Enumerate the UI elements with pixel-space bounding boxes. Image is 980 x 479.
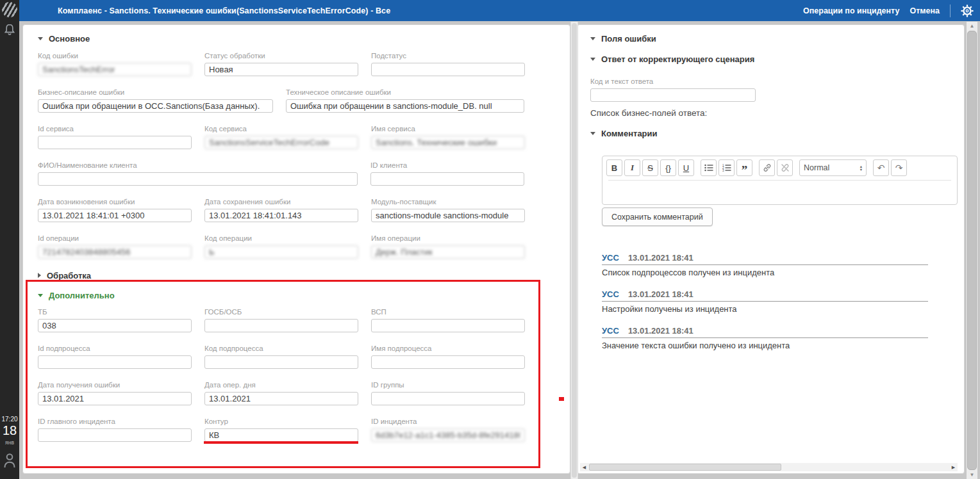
comment-author: УСС [602,326,619,336]
section-header-processing[interactable]: Обработка [38,270,570,280]
settings-gear-icon[interactable] [961,4,974,17]
section-header-error-fields[interactable]: Поля ошибки [590,33,964,44]
panel-scrollbar[interactable] [570,22,578,479]
section-header-comments[interactable]: Комментарии [590,128,964,138]
field-subprocess-id: Id подпроцесса [38,344,192,369]
gosb-input[interactable] [204,319,358,332]
ordered-list-button[interactable]: 123 [718,159,735,176]
scroll-right-arrow-icon[interactable]: ▶ [949,463,958,471]
module-supplier-input[interactable] [371,209,525,222]
field-response-code: Код и текст ответа [590,77,951,102]
field-subprocess-code: Код подпроцесса [204,344,358,369]
operation-code-input[interactable] [204,245,358,259]
undo-button[interactable]: ↶ [873,159,889,176]
field-service-code: Код сервиса [204,124,358,149]
field-operational-date: Дата опер. дня [204,380,358,405]
user-profile-icon[interactable] [3,452,16,469]
scroll-left-arrow-icon[interactable]: ◀ [580,463,588,471]
comment-author: УСС [602,289,619,299]
receive-date-input[interactable] [38,392,192,405]
underline-button[interactable]: U [678,159,694,176]
field-client-id: ID клиента [370,161,524,186]
calendar-day: 18 [0,423,19,438]
field-error-code: Код ошибки [38,51,192,76]
comment-date: 13.01.2021 18:41 [628,289,693,299]
group-id-input[interactable] [371,392,525,405]
strikethrough-button[interactable]: S [642,159,658,176]
error-date-input[interactable] [38,209,192,222]
operation-id-input[interactable] [38,245,192,259]
operational-date-input[interactable] [204,392,358,405]
operation-name-input[interactable] [371,245,525,259]
comment-item: УСС 13.01.2021 18:41 Значение текста оши… [602,326,964,350]
service-id-input[interactable] [38,136,192,149]
save-comment-button[interactable]: Сохранить комментарий [602,207,713,226]
save-date-input[interactable] [204,209,358,222]
field-gosb: ГОСБ/ОСБ [204,307,358,332]
comment-date: 13.01.2021 18:41 [628,326,693,336]
service-code-input[interactable] [204,136,358,149]
response-fields-list-label: Список бизнес-полей ответа: [590,108,964,118]
subprocess-code-input[interactable] [204,355,358,369]
client-id-input[interactable] [370,172,524,186]
top-bar: Комплаенс - Sanctions. Технические ошибк… [19,0,980,21]
response-code-input[interactable] [590,88,756,102]
code-button[interactable]: {} [660,159,676,176]
select-arrows-icon: ▴▾ [860,165,862,171]
field-error-date: Дата возникновения ошибки [38,197,192,222]
format-select[interactable]: Normal ▴▾ [799,159,867,176]
comment-text: Значение текста ошибки получено из инцид… [602,341,964,350]
cancel-button[interactable]: Отмена [909,6,940,15]
main-incident-id-input[interactable] [38,428,192,442]
field-vsp: ВСП [371,307,525,332]
incident-operations-button[interactable]: Операции по инциденту [803,6,899,15]
section-header-main[interactable]: Основное [38,33,570,44]
field-business-description: Бизнес-описание ошибки [38,88,273,113]
section-header-response[interactable]: Ответ от корректирующего сценария [590,54,964,64]
section-header-additional[interactable]: Дополнительно [38,290,570,300]
field-service-name: Имя сервиса [371,124,525,149]
subprocess-name-input[interactable] [371,355,525,369]
field-operation-name: Имя операции [371,234,525,259]
link-button[interactable] [759,159,775,176]
comment-date: 13.01.2021 18:41 [628,253,693,263]
technical-description-input[interactable] [286,99,524,113]
field-status: Статус обработки [204,51,358,76]
page-vertical-scrollbar[interactable]: ▲ ▼ [967,22,977,479]
tb-input[interactable] [38,319,192,332]
panel-scrollbar-thumb[interactable] [572,23,577,478]
scroll-up-arrow-icon[interactable]: ▲ [967,22,977,30]
page-title: Комплаенс - Sanctions. Технические ошибк… [58,6,390,15]
bold-button[interactable]: B [606,159,622,176]
bank-logo-icon[interactable] [2,2,17,17]
horizontal-scrollbar[interactable]: ◀ ▶ [580,463,958,471]
italic-button[interactable]: I [624,159,640,176]
left-rail: 17:20 18 янв [0,0,19,479]
error-code-input[interactable] [38,63,192,76]
bullet-list-button[interactable] [701,159,717,176]
vsp-input[interactable] [371,319,525,332]
scroll-down-arrow-icon[interactable]: ▼ [967,471,977,479]
contour-input[interactable] [204,428,358,442]
horizontal-scrollbar-thumb[interactable] [589,464,781,471]
substatus-input[interactable] [371,63,525,76]
service-name-input[interactable] [371,136,525,149]
redo-button[interactable]: ↷ [891,159,907,176]
comment-author: УСС [602,253,619,263]
field-operation-id: Id операции [38,234,192,259]
subprocess-id-input[interactable] [38,355,192,369]
business-description-input[interactable] [38,99,273,113]
field-client-name: ФИО/Наименование клиента [38,161,358,186]
comment-text-area[interactable] [602,181,957,200]
notifications-bell-icon[interactable] [3,23,16,37]
status-input[interactable] [204,63,358,76]
vertical-scrollbar-thumb[interactable] [967,31,977,470]
client-name-input[interactable] [38,172,358,186]
blockquote-button[interactable]: ” [736,159,752,176]
incident-details-panel: Поля ошибки Ответ от корректирующего сце… [577,24,965,474]
comment-editor[interactable]: B I S {} U 123 ” [602,156,958,205]
incident-id-input[interactable] [371,428,525,442]
expand-triangle-icon [38,273,41,278]
collapse-triangle-icon [590,37,595,40]
unlink-button[interactable] [777,159,793,176]
